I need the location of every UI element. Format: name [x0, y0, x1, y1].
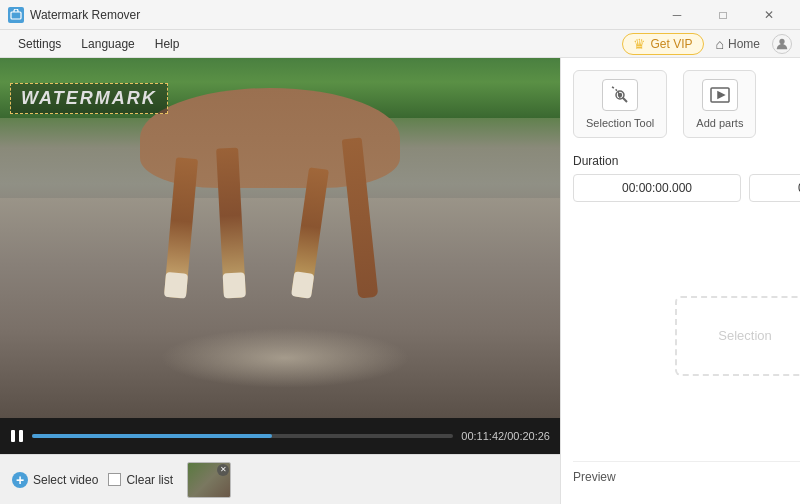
thumbnail-strip: ✕ — [187, 462, 231, 498]
add-icon: + — [12, 472, 28, 488]
selection-tool-icon — [602, 79, 638, 111]
preview-label: Preview — [573, 461, 800, 492]
video-player[interactable]: WATERMARK — [0, 58, 560, 418]
crown-icon: ♛ — [633, 36, 646, 52]
selection-placeholder: Selection — [675, 296, 800, 376]
clear-list-label: Clear list — [126, 473, 173, 487]
home-icon: ⌂ — [716, 36, 724, 52]
time-display: 00:11:42/00:20:26 — [461, 430, 550, 442]
menu-language[interactable]: Language — [71, 33, 144, 55]
duration-section: Duration — [573, 154, 800, 202]
menubar: Settings Language Help ♛ Get VIP ⌂ Home — [0, 30, 800, 58]
right-panel: Selection Tool Add parts Duration — [560, 58, 800, 504]
maximize-button[interactable]: □ — [700, 0, 746, 30]
titlebar: Watermark Remover ─ □ ✕ — [0, 0, 800, 30]
svg-rect-3 — [19, 430, 23, 442]
start-time-input[interactable] — [573, 174, 741, 202]
menu-help[interactable]: Help — [145, 33, 190, 55]
selection-tool-button[interactable]: Selection Tool — [573, 70, 667, 138]
thumbnail-item[interactable]: ✕ — [187, 462, 231, 498]
progress-bar[interactable] — [32, 434, 453, 438]
add-parts-button[interactable]: Add parts — [683, 70, 756, 138]
titlebar-left: Watermark Remover — [8, 7, 140, 23]
duration-inputs — [573, 174, 800, 202]
add-parts-icon — [702, 79, 738, 111]
app-icon — [8, 7, 24, 23]
watermark-overlay[interactable]: WATERMARK — [10, 83, 168, 114]
vip-label: Get VIP — [650, 37, 692, 51]
play-pause-button[interactable] — [10, 429, 24, 443]
close-button[interactable]: ✕ — [746, 0, 792, 30]
progress-fill — [32, 434, 272, 438]
video-frame: WATERMARK — [0, 58, 560, 418]
video-controls: 00:11:42/00:20:26 — [0, 418, 560, 454]
app-title: Watermark Remover — [30, 8, 140, 22]
minimize-button[interactable]: ─ — [654, 0, 700, 30]
duration-label: Duration — [573, 154, 800, 168]
vip-button[interactable]: ♛ Get VIP — [622, 33, 703, 55]
svg-point-1 — [779, 38, 784, 43]
end-time-input[interactable] — [749, 174, 800, 202]
svg-rect-0 — [11, 12, 21, 19]
bottom-bar: + Select video Clear list ✕ — [0, 454, 560, 504]
home-label: Home — [728, 37, 760, 51]
window-controls: ─ □ ✕ — [654, 0, 792, 30]
select-video-button[interactable]: + Select video — [12, 472, 98, 488]
svg-point-6 — [619, 94, 622, 97]
selection-label: Selection — [718, 328, 771, 343]
clear-list-button[interactable]: Clear list — [108, 473, 173, 487]
video-area: WATERMARK 00:11:42/00:20:26 + Select vid… — [0, 58, 560, 504]
add-parts-label: Add parts — [696, 117, 743, 129]
svg-rect-2 — [11, 430, 15, 442]
tools-row: Selection Tool Add parts — [573, 70, 800, 138]
checkbox-icon — [108, 473, 121, 486]
selection-area: Selection — [573, 218, 800, 461]
watermark-text: WATERMARK — [21, 88, 157, 108]
home-button[interactable]: ⌂ Home — [716, 36, 760, 52]
dust-effect — [160, 328, 410, 388]
user-avatar[interactable] — [772, 34, 792, 54]
thumbnail-close-button[interactable]: ✕ — [217, 464, 229, 476]
menu-settings[interactable]: Settings — [8, 33, 71, 55]
select-video-label: Select video — [33, 473, 98, 487]
svg-line-5 — [623, 98, 627, 102]
main-content: WATERMARK 00:11:42/00:20:26 + Select vid… — [0, 58, 800, 504]
svg-marker-8 — [718, 92, 724, 98]
selection-tool-label: Selection Tool — [586, 117, 654, 129]
menubar-right: ♛ Get VIP ⌂ Home — [622, 33, 792, 55]
